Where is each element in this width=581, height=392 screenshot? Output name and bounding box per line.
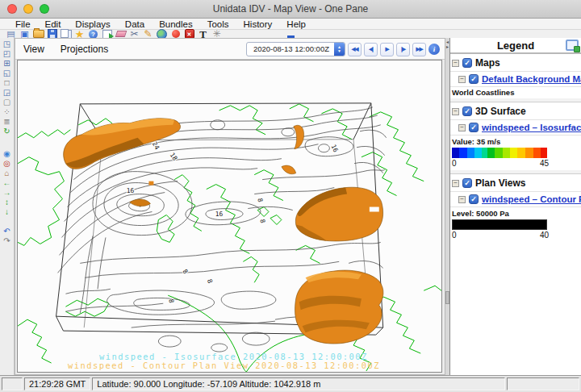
title-bar: Unidata IDV - Map View - One Pane — [0, 0, 581, 19]
menu-history[interactable]: History — [236, 19, 280, 29]
redo-icon[interactable]: ↷ — [1, 236, 13, 246]
legend-item-contour-plan: − ✓ windspeed – Contour Pl... — [450, 192, 581, 207]
legend-panel: Legend − ✓ Maps − ✓ Default Background M… — [449, 38, 581, 375]
contour-label: 8 — [256, 198, 264, 203]
contour-label: 8 — [181, 268, 189, 275]
contour-label: 8 — [258, 219, 266, 224]
pan-down-icon[interactable]: ↓ — [1, 207, 13, 217]
map-scene: 24 18 16 16 16 8 8 8 8 8 — [18, 60, 441, 372]
view-side-icon[interactable]: ◰ — [1, 49, 13, 59]
legend-group-plan-views: − ✓ Plan Views — [450, 174, 581, 192]
anim-step-back-button[interactable]: ◀| — [364, 43, 378, 56]
contour-plan-checkbox[interactable]: ✓ — [469, 194, 479, 204]
isosurface-value-label: Value: 35 m/s — [450, 136, 581, 146]
map-view-panel: View Projections 2020-08-13 12:00:00Z ▲ … — [15, 38, 445, 375]
legend-group-3d-surface: − ✓ 3D Surface — [450, 102, 581, 120]
home-view-icon[interactable]: ⌂ — [1, 169, 13, 178]
background-maps-checkbox[interactable]: ✓ — [469, 74, 479, 84]
contour-label: 8 — [167, 298, 175, 304]
menu-view[interactable]: View — [15, 44, 52, 55]
menu-displays[interactable]: Displays — [68, 19, 117, 29]
anim-end-button[interactable]: ▶▶ — [412, 43, 426, 56]
isosurface-colorbar[interactable] — [452, 148, 547, 158]
reset-view-icon[interactable]: ▢ — [1, 98, 13, 107]
map-menu-bar: View Projections 2020-08-13 12:00:00Z ▲ … — [15, 39, 445, 60]
surface-group-checkbox[interactable]: ✓ — [462, 106, 472, 116]
menu-tools[interactable]: Tools — [200, 19, 236, 29]
legend-group-maps: − ✓ Maps — [450, 54, 581, 72]
contour-plan-colorbar[interactable] — [452, 219, 547, 230]
status-clock: 21:29:28 GMT — [24, 377, 90, 390]
colorbar-max: 40 — [540, 231, 549, 240]
legend-title: Legend — [450, 40, 581, 52]
collapse-icon[interactable]: − — [458, 124, 466, 131]
menu-projections[interactable]: Projections — [52, 44, 116, 55]
maps-checkbox[interactable]: ✓ — [462, 58, 472, 68]
pan-globe-icon[interactable]: ◎ — [1, 159, 13, 169]
plan-views-checkbox[interactable]: ✓ — [462, 178, 472, 188]
anim-properties-button[interactable]: i — [428, 44, 440, 55]
pan-left-icon[interactable]: ← — [1, 178, 13, 188]
menu-file[interactable]: File — [8, 19, 38, 29]
vertical-scale-icon[interactable]: ≣ — [1, 117, 13, 127]
collapse-icon[interactable]: − — [452, 108, 459, 115]
float-legend-icon[interactable] — [566, 40, 579, 51]
menu-help[interactable]: Help — [279, 19, 313, 29]
anim-play-button[interactable]: ▶ — [380, 43, 394, 56]
contour-label: 16 — [127, 187, 135, 194]
colorbar-max: 45 — [540, 159, 549, 168]
anim-step-forward-button[interactable]: |▶ — [396, 43, 410, 56]
status-memory-box — [507, 377, 579, 390]
time-value: 2020-08-13 12:00:00Z — [247, 43, 334, 56]
zoom-globe-icon[interactable]: ◉ — [1, 149, 13, 159]
isosurface-link[interactable]: windspeed – Isosurface — [482, 123, 581, 132]
collapse-icon[interactable]: − — [452, 180, 459, 187]
menu-data[interactable]: Data — [118, 19, 152, 29]
colorbar-min: 0 — [452, 231, 457, 240]
time-select[interactable]: 2020-08-13 12:00:00Z ▲ ▼ — [246, 42, 345, 56]
collapse-icon[interactable]: − — [458, 196, 466, 203]
background-maps-sub-label: World Coastlines — [450, 87, 581, 98]
status-bar: 21:29:28 GMT Latitude: 90.000 Longitude:… — [0, 375, 581, 392]
legend-item-background-maps: − ✓ Default Background Maps — [450, 72, 581, 87]
undo-icon[interactable]: ↶ — [1, 227, 13, 236]
group-label: Maps — [475, 57, 500, 69]
legend-item-isosurface: − ✓ windspeed – Isosurface — [450, 120, 581, 136]
window-title: Unidata IDV - Map View - One Pane — [0, 3, 581, 15]
contour-plan-link[interactable]: windspeed – Contour Pl... — [482, 194, 581, 204]
animation-control: 2020-08-13 12:00:00Z ▲ ▼ ◀◀ ◀| ▶ |▶ ▶▶ i — [246, 42, 440, 56]
coastline-greenland — [18, 157, 64, 246]
background-maps-link[interactable]: Default Background Maps — [482, 74, 581, 84]
contour-label: 16 — [215, 210, 224, 217]
view-front-icon[interactable]: ◱ — [1, 69, 13, 78]
time-spinner[interactable]: ▲ ▼ — [334, 43, 345, 56]
contour-label: 8 — [206, 278, 214, 285]
legend-header: Legend — [450, 38, 581, 54]
anim-begin-button[interactable]: ◀◀ — [348, 43, 362, 56]
collapse-icon[interactable]: − — [452, 60, 459, 67]
pan-right-icon[interactable]: → — [1, 188, 13, 198]
contour-display-label: windspeed - Contour Plan View 2020-08-13… — [68, 361, 380, 370]
menu-edit[interactable]: Edit — [38, 19, 69, 29]
status-position: Latitude: 90.000 Longitude: -57.109 Alti… — [92, 377, 505, 390]
view-back-icon[interactable]: ◲ — [1, 88, 13, 98]
auto-rotate-icon[interactable]: ↻ — [1, 127, 13, 136]
pan-vertical-icon[interactable]: ↕ — [1, 198, 13, 207]
contour-plan-level-label: Level: 50000 Pa — [450, 207, 581, 218]
view-bottom-icon[interactable]: □ — [1, 78, 13, 88]
work-area: ◳ ◰ ⊞ ◱ □ ◲ ▢ ⁘ ≣ ↻ ◉ ◎ ⌂ ← → ↕ ↓ ↶ ↷ Vi… — [0, 38, 581, 375]
axis-points-icon[interactable]: ⁘ — [1, 107, 13, 117]
bounding-box — [80, 103, 371, 104]
status-progress-box — [2, 377, 23, 390]
view-perspective-icon[interactable]: ⊞ — [1, 59, 13, 69]
map-3d-canvas[interactable]: 24 18 16 16 16 8 8 8 8 8 — [17, 60, 442, 373]
colorbar-min: 0 — [452, 159, 457, 168]
isosurface-checkbox[interactable]: ✓ — [469, 123, 479, 132]
group-label: 3D Surface — [475, 106, 526, 117]
view-top-icon[interactable]: ◳ — [1, 40, 13, 49]
collapse-right-icon[interactable]: ▸ — [446, 44, 449, 49]
collapse-icon[interactable]: − — [458, 76, 466, 83]
menu-bundles[interactable]: Bundles — [152, 19, 200, 29]
group-label: Plan Views — [475, 177, 525, 189]
contour-label: 16 — [329, 144, 339, 154]
